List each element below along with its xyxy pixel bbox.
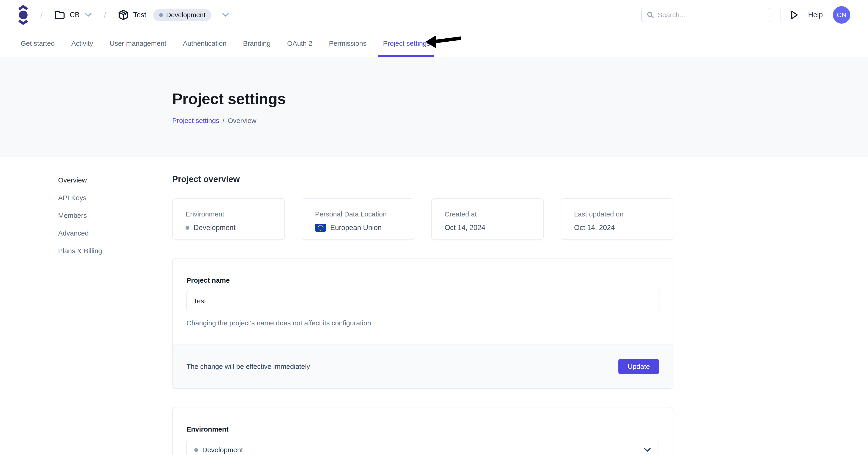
section-heading: Project overview: [172, 174, 673, 184]
sidebar-item-advanced[interactable]: Advanced: [58, 228, 102, 238]
status-dot-icon: [194, 448, 198, 452]
sidebar-item-overview[interactable]: Overview: [58, 175, 102, 186]
info-card-environment: Environment Development: [172, 198, 285, 240]
info-card-data-location: Personal Data Location European Uni: [302, 198, 414, 240]
sidebar-item-api-keys[interactable]: API Keys: [58, 193, 102, 203]
search-input[interactable]: [658, 11, 765, 19]
chevron-down-icon: [644, 448, 651, 453]
tab-permissions[interactable]: Permissions: [326, 30, 369, 57]
info-card-value: Oct 14, 2024: [444, 224, 530, 232]
environment-panel: Environment Development: [172, 407, 673, 455]
breadcrumb-link-project-settings[interactable]: Project settings: [172, 117, 219, 124]
status-dot-icon: [159, 13, 163, 17]
environment-badge-label: Development: [166, 11, 206, 19]
breadcrumb-separator: /: [40, 10, 42, 20]
project-name-panel-footer: The change will be effective immediately…: [173, 344, 673, 388]
chevron-down-icon: [222, 12, 229, 18]
project-name: Test: [133, 11, 146, 19]
play-button[interactable]: [790, 10, 799, 20]
chevron-down-icon: [84, 12, 92, 18]
sidebar-item-plans-billing[interactable]: Plans & Billing: [58, 246, 102, 256]
environment-select-value: Development: [202, 446, 243, 454]
breadcrumb-current: Overview: [227, 117, 256, 124]
folder-icon: [55, 10, 65, 20]
search-box[interactable]: [641, 8, 770, 22]
search-icon: [647, 11, 654, 19]
project-name-panel-body: Project name Changing the project's name…: [173, 258, 673, 344]
environment-panel-body: Environment Development: [173, 407, 673, 455]
info-card-value: Oct 14, 2024: [574, 224, 660, 232]
environment-badge: Development: [153, 9, 212, 21]
tab-bar: Get started Activity User management Aut…: [0, 30, 868, 57]
info-card-value: Development: [186, 224, 272, 232]
info-card-created-at: Created at Oct 14, 2024: [431, 198, 544, 240]
main-column: Project overview Environment Development…: [172, 157, 673, 455]
page-breadcrumb: Project settings / Overview: [172, 117, 868, 124]
package-icon: [118, 9, 129, 21]
active-tab-underline: [378, 55, 434, 57]
environment-select[interactable]: Development: [186, 439, 659, 455]
project-name-helper: Changing the project's name does not aff…: [186, 319, 659, 327]
info-card-row: Environment Development Personal Data Lo…: [172, 198, 673, 240]
status-dot-icon: [186, 226, 189, 230]
project-name-panel: Project name Changing the project's name…: [172, 258, 673, 389]
info-card-label: Personal Data Location: [315, 210, 401, 218]
tab-user-management[interactable]: User management: [107, 30, 169, 57]
tab-branding[interactable]: Branding: [240, 30, 273, 57]
project-switcher[interactable]: Test Development: [118, 9, 229, 21]
eu-flag-icon: [315, 224, 326, 232]
top-bar: / CB / Test Development: [0, 0, 868, 30]
project-name-input[interactable]: [186, 291, 659, 311]
help-link[interactable]: Help: [808, 11, 823, 19]
footer-note: The change will be effective immediately: [186, 363, 310, 370]
app-logo-icon[interactable]: [18, 5, 29, 25]
workspace-switcher[interactable]: CB: [55, 10, 92, 20]
sidebar-item-members[interactable]: Members: [58, 210, 102, 221]
page-header: Project settings Project settings / Over…: [0, 57, 868, 157]
workspace-name: CB: [69, 11, 80, 19]
project-name-label: Project name: [186, 277, 659, 284]
info-card-label: Environment: [186, 210, 272, 218]
tab-authentication[interactable]: Authentication: [180, 30, 229, 57]
environment-label: Environment: [186, 425, 659, 433]
tab-project-settings[interactable]: Project settings: [380, 30, 433, 57]
tab-get-started[interactable]: Get started: [18, 30, 57, 57]
breadcrumb-separator: /: [104, 10, 106, 20]
info-card-label: Last updated on: [574, 210, 660, 218]
top-breadcrumb: / CB / Test Development: [18, 5, 229, 25]
breadcrumb-separator: /: [222, 117, 224, 124]
update-button[interactable]: Update: [618, 359, 659, 374]
settings-side-nav: Overview API Keys Members Advanced Plans…: [58, 175, 102, 263]
tab-oauth2[interactable]: OAuth 2: [284, 30, 315, 57]
divider: [780, 8, 780, 22]
info-card-value: European Union: [315, 224, 401, 232]
avatar[interactable]: CN: [833, 6, 850, 24]
content-area: Overview API Keys Members Advanced Plans…: [0, 157, 868, 455]
top-bar-actions: Help CN: [641, 6, 850, 24]
tab-activity[interactable]: Activity: [68, 30, 96, 57]
page-title: Project settings: [172, 90, 868, 108]
info-card-last-updated: Last updated on Oct 14, 2024: [561, 198, 673, 240]
info-card-label: Created at: [444, 210, 530, 218]
